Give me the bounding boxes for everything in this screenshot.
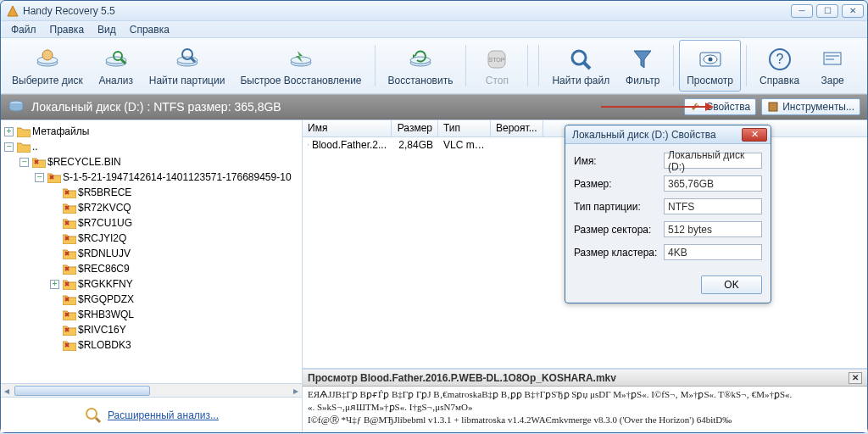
toolbar-label: Быстрое Восстановление	[240, 75, 361, 86]
folder-icon	[17, 142, 31, 153]
tree-label[interactable]: $RDNLUJV	[78, 246, 131, 261]
tree-label[interactable]: $RCJYI2Q	[78, 231, 126, 246]
toolbar-label: Стоп	[486, 75, 509, 86]
tree-horizontal-scrollbar[interactable]: ◂ ▸	[1, 383, 302, 397]
drive-icon	[8, 98, 25, 115]
tree-label[interactable]: $RGQPDZX	[78, 292, 134, 307]
tree-label[interactable]: S-1-5-21-1947142614-1401123571-176689459…	[63, 170, 292, 185]
find-icon	[567, 46, 594, 73]
close-button[interactable]: ✕	[842, 4, 864, 18]
dialog-field-value: 4KB	[664, 244, 762, 260]
tree-label[interactable]: $R7CU1UG	[78, 215, 132, 231]
toolbar-preview[interactable]: Просмотр	[679, 40, 741, 92]
svg-point-15	[572, 51, 586, 64]
app-icon	[6, 4, 19, 18]
disk-recover-icon	[407, 46, 434, 73]
tree-expander[interactable]: −	[35, 173, 44, 182]
filter-icon	[629, 46, 656, 73]
dialog-titlebar[interactable]: Локальный диск (D:) Свойства ✕	[565, 125, 771, 144]
dialog-field-value: 512 bytes	[664, 221, 762, 237]
folder-deleted-icon	[63, 264, 76, 275]
drive-info-text: Локальный диск (D:) : NTFS размер: 365,8…	[31, 100, 281, 114]
toolbar-label: Фильтр	[626, 75, 659, 86]
preview-header: Просмотр Blood.Father.2016.P.WEB-DL.1O8O…	[303, 370, 867, 387]
preview-icon	[697, 46, 724, 73]
menu-view[interactable]: Вид	[91, 22, 123, 37]
tree-expander[interactable]: −	[4, 142, 14, 152]
window-title: Handy Recovery 5.5	[23, 5, 115, 17]
toolbar-help[interactable]: ?Справка	[752, 40, 807, 92]
tree-label[interactable]: $R72KVCQ	[78, 200, 131, 215]
dialog-field-label: Размер:	[574, 178, 664, 190]
toolbar-disk-analyze[interactable]: Анализ	[91, 40, 142, 92]
tree-label[interactable]: $RIVC16Y	[78, 322, 126, 337]
tree-label[interactable]: $RGKKFNY	[78, 276, 133, 292]
tree-label[interactable]: $REC86C9	[78, 261, 130, 276]
preview-close-button[interactable]: ✕	[849, 372, 862, 384]
toolbar-disk-partition[interactable]: Найти партиции	[142, 40, 233, 92]
menu-edit[interactable]: Правка	[43, 22, 92, 37]
preview-panel: Просмотр Blood.Father.2016.P.WEB-DL.1O8O…	[303, 368, 867, 432]
toolbar-register[interactable]: Заре	[807, 40, 858, 92]
preview-title: Просмотр Blood.Father.2016.P.WEB-DL.1O8O…	[308, 372, 616, 384]
tools-button[interactable]: Инструменты...	[761, 98, 860, 115]
toolbar-filter[interactable]: Фильтр	[617, 40, 668, 92]
dialog-field-value: NTFS	[664, 198, 762, 214]
stop-icon: STOP	[483, 46, 510, 73]
minimize-button[interactable]: ─	[791, 4, 813, 18]
dialog-close-button[interactable]: ✕	[742, 128, 767, 142]
title-bar: Handy Recovery 5.5 ─ ☐ ✕	[1, 1, 867, 21]
maximize-button[interactable]: ☐	[816, 4, 838, 18]
tree-pane: +Метафайлы −.. −$RECYCLE.BIN −S-1-5-21-1…	[1, 120, 303, 432]
tree-label[interactable]: Метафайлы	[32, 124, 89, 139]
register-icon	[819, 46, 846, 73]
svg-rect-21	[824, 53, 841, 64]
col-type[interactable]: Тип	[438, 120, 491, 136]
menu-help[interactable]: Справка	[123, 22, 176, 37]
tree-expander[interactable]: +	[4, 127, 14, 136]
toolbar-disk-recover[interactable]: Восстановить	[381, 40, 461, 92]
col-name[interactable]: Имя	[303, 120, 392, 136]
toolbar-find[interactable]: Найти файл	[544, 40, 617, 92]
folder-deleted-icon	[63, 325, 76, 336]
folder-deleted-icon	[63, 233, 76, 244]
dialog-field-label: Тип партиции:	[574, 201, 664, 213]
svg-rect-23	[769, 103, 777, 111]
tree-expander[interactable]: +	[50, 280, 59, 289]
menu-bar: Файл Правка Вид Справка	[1, 21, 867, 38]
toolbar-label: Заре	[821, 75, 843, 86]
file-type: VLC me...	[438, 139, 491, 151]
dialog-field-value: Локальный диск (D:)	[664, 153, 762, 169]
folder-deleted-icon	[63, 279, 76, 290]
svg-point-2	[42, 50, 53, 60]
folder-tree[interactable]: +Метафайлы −.. −$RECYCLE.BIN −S-1-5-21-1…	[1, 120, 302, 383]
dialog-title: Локальный диск (D:) Свойства	[572, 129, 716, 141]
dialog-ok-button[interactable]: OK	[701, 275, 762, 294]
ok-label: OK	[724, 279, 738, 291]
dialog-field-label: Размер сектора:	[574, 224, 664, 236]
col-size[interactable]: Размер	[392, 120, 438, 136]
toolbar-disk-select[interactable]: Выберите диск	[4, 40, 91, 92]
folder-deleted-icon	[63, 309, 76, 320]
svg-point-18	[708, 57, 712, 61]
svg-point-24	[86, 409, 97, 419]
advanced-analysis-link[interactable]: Расширенный анализ...	[108, 409, 219, 421]
folder-deleted-icon	[63, 248, 76, 259]
tree-expander[interactable]: −	[19, 158, 29, 167]
dialog-field-value: 365,76GB	[664, 175, 762, 192]
col-prob[interactable]: Вероят...	[491, 120, 543, 136]
folder-deleted-icon	[63, 218, 76, 229]
scrollbar-thumb[interactable]	[14, 386, 150, 396]
folder-deleted-icon	[63, 203, 76, 214]
menu-file[interactable]: Файл	[4, 22, 43, 37]
tree-label[interactable]: $R5BRECE	[78, 185, 131, 200]
tree-label[interactable]: $RLOBDK3	[78, 337, 131, 353]
tree-label[interactable]: ..	[32, 139, 38, 154]
disk-select-icon	[34, 46, 61, 73]
magnifier-icon	[84, 406, 103, 425]
toolbar-disk-quick[interactable]: Быстрое Восстановление	[232, 40, 369, 92]
toolbar-label: Выберите диск	[12, 75, 83, 86]
toolbar-label: Найти файл	[552, 75, 609, 86]
tree-label[interactable]: $RECYCLE.BIN	[47, 154, 121, 170]
tree-label[interactable]: $RHB3WQL	[78, 307, 134, 322]
